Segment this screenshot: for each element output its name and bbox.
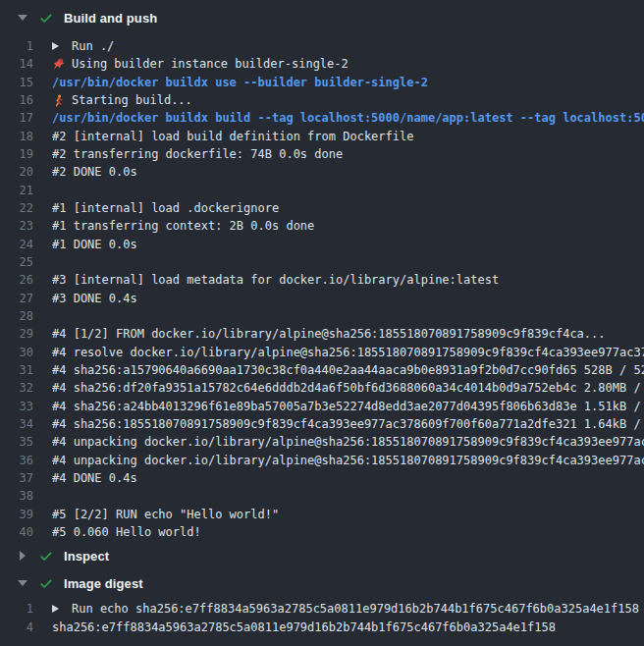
log-line: 34#4 sha256:185518070891758909c9f839cf4c… xyxy=(0,415,644,433)
log-section-build-and-push: Build and push1Run ./14Using builder ins… xyxy=(0,0,644,543)
log-line: 36#4 unpacking docker.io/library/alpine@… xyxy=(0,452,644,469)
actions-log-viewer: Build and push1Run ./14Using builder ins… xyxy=(0,0,644,646)
line-number[interactable]: 15 xyxy=(0,76,33,89)
line-number[interactable]: 38 xyxy=(0,489,33,503)
line-number[interactable]: 19 xyxy=(0,147,33,161)
line-number[interactable]: 20 xyxy=(0,165,33,179)
play-icon[interactable] xyxy=(52,42,66,50)
play-icon[interactable] xyxy=(52,605,66,613)
log-line: 31#4 sha256:a15790640a6690aa1730c38cf0a4… xyxy=(0,361,644,379)
chevron-down-icon xyxy=(17,15,28,21)
log-line-text: #1 [internal] load .dockerignore xyxy=(52,201,644,215)
section-title: Build and push xyxy=(64,11,157,26)
log-line: 24#1 DONE 0.0s xyxy=(0,236,644,253)
line-number[interactable]: 18 xyxy=(0,130,33,143)
line-number[interactable]: 1 xyxy=(0,602,33,616)
line-number[interactable]: 39 xyxy=(0,508,33,521)
line-number[interactable]: 29 xyxy=(0,327,33,341)
line-number[interactable]: 26 xyxy=(0,273,33,287)
log-block: 1Run ./14Using builder instance builder-… xyxy=(0,35,644,543)
line-number[interactable]: 21 xyxy=(0,184,33,197)
log-line: 4sha256:e7ff8834a5963a2785c5a0811e979d16… xyxy=(0,619,644,636)
log-line: 22#1 [internal] load .dockerignore xyxy=(0,199,644,217)
check-icon xyxy=(39,549,53,564)
log-line-text: /usr/bin/docker buildx use --builder bui… xyxy=(52,76,644,89)
line-number[interactable]: 36 xyxy=(0,454,33,467)
log-line-text: #3 DONE 0.4s xyxy=(52,292,644,305)
check-icon xyxy=(39,11,53,26)
log-line-text: #4 sha256:185518070891758909c9f839cf4ca3… xyxy=(52,417,644,431)
line-number[interactable]: 22 xyxy=(0,201,33,215)
line-number[interactable]: 4 xyxy=(0,620,33,634)
log-line: 21 xyxy=(0,182,644,199)
log-section-image-digest: Image digest1Run echo sha256:e7ff8834a59… xyxy=(0,568,644,638)
line-number[interactable]: 17 xyxy=(0,111,33,125)
log-line-text: #3 [internal] load metadata for docker.i… xyxy=(52,273,644,287)
line-number[interactable]: 14 xyxy=(0,57,33,71)
line-number[interactable]: 30 xyxy=(0,346,33,359)
line-number[interactable]: 1 xyxy=(0,39,33,53)
log-line: 28 xyxy=(0,307,644,325)
log-line-text: #5 [2/2] RUN echo "Hello world!" xyxy=(52,508,644,521)
section-title: Inspect xyxy=(64,549,109,564)
log-line: 37#4 DONE 0.4s xyxy=(0,469,644,487)
log-line: 15/usr/bin/docker buildx use --builder b… xyxy=(0,74,644,91)
log-block: 1Run echo sha256:e7ff8834a5963a2785c5a08… xyxy=(0,598,644,638)
log-line-text: #2 DONE 0.0s xyxy=(52,165,644,179)
log-line: 16Starting build... xyxy=(0,91,644,109)
log-line: 1Run ./ xyxy=(0,37,644,55)
chevron-down-icon xyxy=(17,580,28,586)
log-line-text: #2 [internal] load build definition from… xyxy=(52,130,644,143)
line-number[interactable]: 27 xyxy=(0,292,33,305)
chevron-right-icon xyxy=(17,551,28,561)
section-header-build-and-push[interactable]: Build and push xyxy=(0,0,644,35)
section-header-image-digest[interactable]: Image digest xyxy=(0,568,644,598)
log-line-text: #5 0.060 Hello world! xyxy=(52,525,644,539)
log-line: 33#4 sha256:a24bb4013296f61e89ba57005a7b… xyxy=(0,398,644,415)
line-number[interactable]: 28 xyxy=(0,309,33,323)
line-number[interactable]: 25 xyxy=(0,255,33,269)
log-line-text: Run ./ xyxy=(72,39,644,53)
line-number[interactable]: 16 xyxy=(0,93,33,107)
log-line-text: /usr/bin/docker buildx build --tag local… xyxy=(52,111,644,125)
line-number[interactable]: 34 xyxy=(0,417,33,431)
log-line: 40#5 0.060 Hello world! xyxy=(0,523,644,541)
line-number[interactable]: 31 xyxy=(0,363,33,377)
log-line-text: #4 [1/2] FROM docker.io/library/alpine@s… xyxy=(52,327,644,341)
log-line-text: #2 transferring dockerfile: 74B 0.0s don… xyxy=(52,147,644,161)
log-line-text: Run echo sha256:e7ff8834a5963a2785c5a081… xyxy=(72,602,644,616)
log-line-text: #1 DONE 0.0s xyxy=(52,238,644,251)
log-line-text: #4 sha256:df20fa9351a15782c64e6dddb2d4a6… xyxy=(52,381,644,395)
runner-icon xyxy=(52,94,66,107)
log-line: 27#3 DONE 0.4s xyxy=(0,290,644,307)
log-line: 38 xyxy=(0,487,644,505)
line-number[interactable]: 23 xyxy=(0,219,33,233)
log-line-text: Starting build... xyxy=(72,93,644,107)
log-line: 39#5 [2/2] RUN echo "Hello world!" xyxy=(0,506,644,523)
line-number[interactable]: 40 xyxy=(0,525,33,539)
log-line-text: #4 unpacking docker.io/library/alpine@sh… xyxy=(52,454,644,467)
line-number[interactable]: 37 xyxy=(0,471,33,485)
log-line: 17/usr/bin/docker buildx build --tag loc… xyxy=(0,109,644,127)
log-line: 35#4 unpacking docker.io/library/alpine@… xyxy=(0,433,644,451)
log-line: 23#1 transferring context: 2B 0.0s done xyxy=(0,217,644,235)
log-line-text: #4 resolve docker.io/library/alpine@sha2… xyxy=(52,346,644,359)
log-line-text: sha256:e7ff8834a5963a2785c5a0811e979d16b… xyxy=(52,620,644,634)
line-number[interactable]: 33 xyxy=(0,400,33,413)
log-line: 20#2 DONE 0.0s xyxy=(0,163,644,181)
log-line: 25 xyxy=(0,253,644,271)
log-line: 14Using builder instance builder-single-… xyxy=(0,55,644,73)
section-header-inspect[interactable]: Inspect xyxy=(0,543,644,568)
line-number[interactable]: 24 xyxy=(0,238,33,251)
log-line: 18#2 [internal] load build definition fr… xyxy=(0,128,644,145)
log-line-text: #4 sha256:a15790640a6690aa1730c38cf0a440… xyxy=(52,363,644,377)
log-line-text: #4 DONE 0.4s xyxy=(52,471,644,485)
log-line-text: Using builder instance builder-single-2 xyxy=(72,57,644,71)
line-number[interactable]: 35 xyxy=(0,435,33,449)
line-number[interactable]: 32 xyxy=(0,381,33,395)
check-icon xyxy=(39,576,53,591)
log-line: 32#4 sha256:df20fa9351a15782c64e6dddb2d4… xyxy=(0,379,644,397)
log-line: 30#4 resolve docker.io/library/alpine@sh… xyxy=(0,344,644,361)
log-section-inspect: Inspect xyxy=(0,543,644,568)
log-line: 29#4 [1/2] FROM docker.io/library/alpine… xyxy=(0,325,644,343)
